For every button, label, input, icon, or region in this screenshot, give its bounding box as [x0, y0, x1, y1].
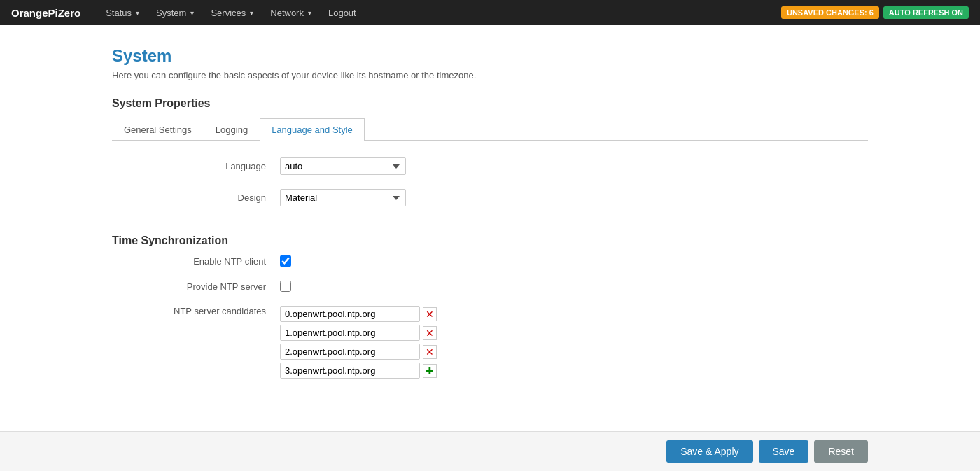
nav-label-status: Status — [106, 8, 132, 18]
ntp-entry-0: ✕ — [280, 306, 437, 322]
chevron-down-icon: ▾ — [190, 9, 194, 17]
nav-item-status[interactable]: Status ▾ — [97, 0, 148, 25]
ntp-entry-1: ✕ — [280, 325, 437, 341]
tab-logging[interactable]: Logging — [204, 118, 260, 141]
language-select[interactable]: auto en de fr zh-cn — [280, 157, 406, 175]
ntp-input-1[interactable] — [280, 325, 420, 341]
chevron-down-icon: ▾ — [308, 9, 312, 17]
nav-label-system: System — [156, 8, 186, 18]
ntp-remove-button-2[interactable]: ✕ — [423, 345, 437, 359]
language-row: Language auto en de fr zh-cn — [112, 157, 868, 175]
enable-ntp-label: Enable NTP client — [112, 256, 280, 267]
nav-item-system[interactable]: System ▾ — [148, 0, 202, 25]
nav-label-services: Services — [211, 8, 246, 18]
nav-item-services[interactable]: Services ▾ — [202, 0, 262, 25]
ntp-candidates-row: NTP server candidates ✕ ✕ ✕ ✚ — [112, 306, 868, 379]
chevron-down-icon: ▾ — [136, 9, 139, 17]
system-properties-title: System Properties — [112, 97, 868, 110]
page-subtitle: Here you can configure the basic aspects… — [112, 70, 868, 80]
navbar: OrangePiZero Status ▾ System ▾ Services … — [0, 0, 980, 25]
chevron-down-icon: ▾ — [250, 9, 253, 17]
badge-unsaved-changes: UNSAVED CHANGES: 6 — [781, 6, 879, 19]
nav-item-network[interactable]: Network ▾ — [262, 0, 320, 25]
time-sync-section: Time Synchronization Enable NTP client P… — [112, 234, 868, 379]
system-properties-section: System Properties General Settings Loggi… — [112, 97, 868, 206]
design-label: Design — [112, 192, 280, 203]
ntp-candidates-label: NTP server candidates — [112, 306, 280, 316]
ntp-add-button[interactable]: ✚ — [423, 364, 437, 378]
ntp-entry-2: ✕ — [280, 344, 437, 360]
language-label: Language — [112, 161, 280, 171]
enable-ntp-checkbox[interactable] — [280, 255, 291, 267]
nav-label-network: Network — [270, 8, 304, 18]
badge-autorefresh: AUTO REFRESH ON — [883, 6, 969, 19]
ntp-input-3[interactable] — [280, 363, 420, 379]
tab-bar: General Settings Logging Language and St… — [112, 118, 868, 141]
tab-language-and-style[interactable]: Language and Style — [260, 118, 365, 141]
provide-ntp-checkbox[interactable] — [280, 281, 291, 292]
time-sync-title: Time Synchronization — [112, 234, 868, 247]
provide-ntp-row: Provide NTP server — [112, 281, 868, 292]
nav-item-logout[interactable]: Logout — [320, 0, 365, 25]
ntp-input-0[interactable] — [280, 306, 420, 322]
enable-ntp-row: Enable NTP client — [112, 255, 868, 267]
provide-ntp-label: Provide NTP server — [112, 281, 280, 292]
ntp-input-2[interactable] — [280, 344, 420, 360]
ntp-entry-3: ✚ — [280, 363, 437, 379]
navbar-brand: OrangePiZero — [11, 7, 80, 19]
design-row: Design Material Bootstrap OpenWRT — [112, 189, 868, 206]
nav-label-logout: Logout — [328, 8, 356, 18]
ntp-entries: ✕ ✕ ✕ ✚ — [280, 306, 437, 379]
ntp-remove-button-0[interactable]: ✕ — [423, 307, 437, 321]
design-select[interactable]: Material Bootstrap OpenWRT — [280, 189, 406, 206]
page-title: System — [112, 46, 868, 66]
ntp-remove-button-1[interactable]: ✕ — [423, 326, 437, 340]
main-content: System Here you can configure the basic … — [0, 25, 980, 414]
tab-general-settings[interactable]: General Settings — [112, 118, 204, 141]
